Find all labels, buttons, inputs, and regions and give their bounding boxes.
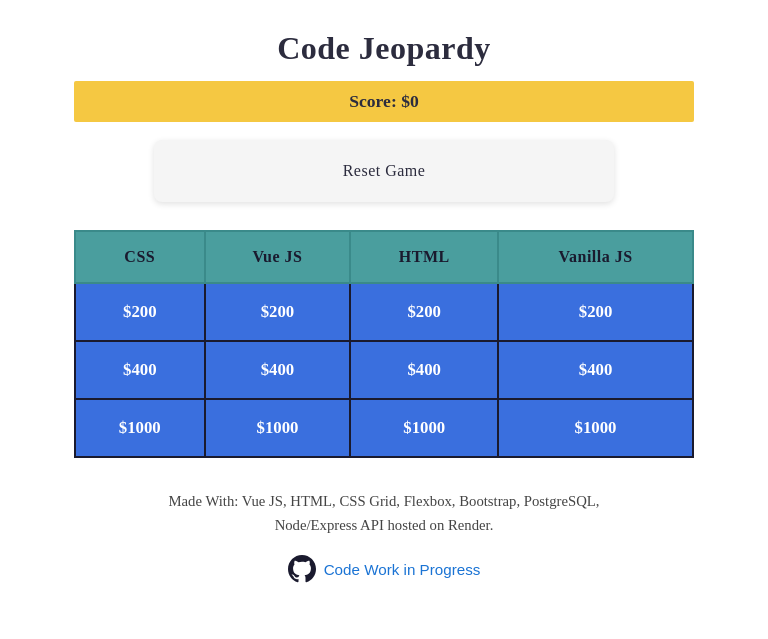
reset-container: Reset Game bbox=[154, 140, 614, 202]
jeopardy-table: CSSVue JSHTMLVanilla JS $200$200$200$200… bbox=[74, 230, 694, 458]
table-cell[interactable]: $400 bbox=[205, 341, 351, 399]
table-row: $400$400$400$400 bbox=[75, 341, 693, 399]
table-cell[interactable]: $1000 bbox=[75, 399, 205, 457]
table-cell[interactable]: $400 bbox=[75, 341, 205, 399]
table-cell[interactable]: $1000 bbox=[205, 399, 351, 457]
table-row: $200$200$200$200 bbox=[75, 283, 693, 341]
table-cell[interactable]: $200 bbox=[350, 283, 498, 341]
table-cell[interactable]: $1000 bbox=[498, 399, 693, 457]
github-link-row: Code Work in Progress bbox=[288, 555, 481, 583]
table-cell[interactable]: $200 bbox=[205, 283, 351, 341]
made-with-text: Made With: Vue JS, HTML, CSS Grid, Flexb… bbox=[169, 490, 600, 537]
table-cell[interactable]: $400 bbox=[350, 341, 498, 399]
page-title: Code Jeopardy bbox=[277, 30, 491, 67]
github-icon bbox=[288, 555, 316, 583]
github-link[interactable]: Code Work in Progress bbox=[324, 561, 481, 578]
table-header-cell: HTML bbox=[350, 231, 498, 283]
table-cell[interactable]: $200 bbox=[498, 283, 693, 341]
table-row: $1000$1000$1000$1000 bbox=[75, 399, 693, 457]
table-header-cell: Vue JS bbox=[205, 231, 351, 283]
table-header-cell: CSS bbox=[75, 231, 205, 283]
table-header-cell: Vanilla JS bbox=[498, 231, 693, 283]
table-cell[interactable]: $200 bbox=[75, 283, 205, 341]
table-header-row: CSSVue JSHTMLVanilla JS bbox=[75, 231, 693, 283]
score-banner: Score: $0 bbox=[74, 81, 694, 122]
table-cell[interactable]: $400 bbox=[498, 341, 693, 399]
table-cell[interactable]: $1000 bbox=[350, 399, 498, 457]
reset-button[interactable]: Reset Game bbox=[343, 162, 426, 180]
score-value: Score: $0 bbox=[349, 91, 419, 111]
table-body: $200$200$200$200$400$400$400$400$1000$10… bbox=[75, 283, 693, 457]
